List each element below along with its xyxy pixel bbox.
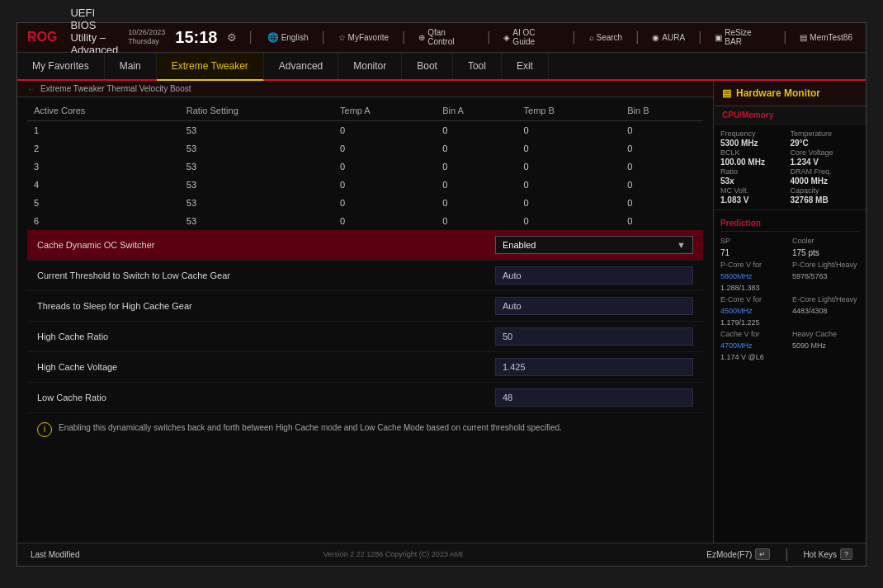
ecore-freq-value: 4500MHz	[720, 307, 787, 315]
ai-oc-guide-button[interactable]: ◈ AI OC Guide	[500, 26, 562, 48]
qfan-control-button[interactable]: ⊕ Qfan Control	[415, 26, 477, 48]
cell-r5-c1[interactable]: 53	[180, 212, 333, 230]
nav-my-favorites[interactable]: My Favorites	[17, 53, 105, 79]
table-row: 5530000	[27, 194, 703, 212]
mem-icon: ▤	[800, 33, 807, 42]
nav-extreme-tweaker[interactable]: Extreme Tweaker	[157, 53, 264, 81]
last-modified-button[interactable]: Last Modified	[31, 550, 79, 559]
prediction-grid: SP Cooler 71 175 pts P-Core V for P-Core…	[720, 237, 859, 361]
cell-r2-c3: 0	[436, 158, 517, 176]
col-active-cores: Active Cores	[27, 101, 180, 121]
text-field-5[interactable]: 48	[495, 388, 693, 407]
table-row: 2530000	[27, 139, 703, 158]
datetime: 10/26/2023 Thursday	[128, 28, 165, 46]
text-field-4[interactable]: 1.425	[495, 358, 693, 376]
cell-r3-c1[interactable]: 53	[180, 176, 333, 194]
setting-row-0[interactable]: Cache Dynamic OC Switcher Enabled ▼	[27, 230, 703, 261]
setting-label-4: High Cache Voltage	[37, 362, 495, 372]
sp-value: 71	[720, 248, 787, 257]
nav-exit[interactable]: Exit	[502, 53, 549, 79]
breadcrumb-text: Extreme Tweaker Thermal Velocity Boost	[40, 84, 191, 93]
table-row: 4530000	[27, 176, 703, 194]
cache-v-label: Cache V for	[720, 330, 787, 338]
cell-r1-c5: 0	[621, 139, 703, 158]
freq-label: Frequency	[720, 129, 790, 138]
ai-icon: ◈	[503, 33, 510, 42]
myfavorite-button[interactable]: ☆ MyFavorite	[335, 31, 392, 44]
cooler-label: Cooler	[792, 237, 859, 245]
info-text: Enabling this dynamically switches back …	[59, 421, 562, 434]
cell-r1-c4: 0	[517, 139, 621, 158]
bclk-label: BCLK	[720, 148, 790, 157]
core-volt-value: 1.234 V	[791, 158, 860, 167]
settings-section: Cache Dynamic OC Switcher Enabled ▼ Curr…	[27, 230, 703, 413]
setting-value-0[interactable]: Enabled ▼	[495, 236, 693, 254]
dropdown-0[interactable]: Enabled ▼	[495, 236, 693, 254]
setting-value-1[interactable]: Auto	[495, 266, 693, 285]
ecore-volt-value: 1.179/1.225	[720, 318, 787, 327]
heavy-cache-label: Heavy Cache	[792, 330, 859, 338]
dropdown-arrow-icon: ▼	[677, 240, 686, 250]
star-icon: ☆	[338, 33, 346, 42]
setting-row-4[interactable]: High Cache Voltage1.425	[27, 352, 703, 383]
freq-value: 5300 MHz	[720, 139, 790, 148]
ratio-value: 53x	[720, 176, 790, 186]
text-field-2[interactable]: Auto	[495, 297, 693, 315]
cell-r1-c1[interactable]: 53	[180, 139, 333, 158]
table-area: Active Cores Ratio Setting Temp A Bin A …	[17, 97, 713, 543]
setting-value-4[interactable]: 1.425	[495, 358, 693, 376]
setting-value-2[interactable]: Auto	[495, 297, 693, 315]
info-icon: i	[37, 422, 52, 437]
setting-row-5[interactable]: Low Cache Ratio48	[27, 383, 703, 413]
ezmode-button[interactable]: EzMode(F7) ↵	[706, 548, 770, 560]
cpu-memory-grid: Frequency Temperature 5300 MHz 29°C BCLK…	[714, 125, 866, 210]
top-icons: 🌐 English | ☆ MyFavorite | ⊕ Qfan Contro…	[264, 26, 856, 48]
aura-button[interactable]: ◉ AURA	[649, 31, 688, 44]
language-selector[interactable]: 🌐 English	[264, 31, 312, 45]
date: 10/26/2023 Thursday	[128, 28, 165, 46]
version-text: Version 2.22.1286 Copyright (C) 2023 AMI	[323, 550, 463, 558]
cell-r5-c5: 0	[621, 212, 703, 230]
col-temp-b: Temp B	[517, 101, 621, 121]
setting-row-3[interactable]: High Cache Ratio50	[27, 322, 703, 352]
search-button[interactable]: ⌕ Search	[586, 31, 626, 44]
settings-gear-icon[interactable]: ⚙	[227, 31, 237, 44]
bottom-bar: Last Modified Version 2.22.1286 Copyrigh…	[17, 543, 866, 566]
ecore-light-heavy-value: 4483/4308	[792, 307, 859, 315]
cell-r4-c1[interactable]: 53	[180, 194, 333, 212]
cell-r0-c5: 0	[621, 120, 703, 139]
nav-tool[interactable]: Tool	[453, 53, 502, 79]
capacity-value: 32768 MB	[791, 195, 860, 205]
cell-r1-c2: 0	[333, 139, 436, 158]
cell-r1-c3: 0	[436, 139, 517, 158]
content-area: ← Extreme Tweaker Thermal Velocity Boost…	[17, 81, 866, 543]
nav-monitor[interactable]: Monitor	[338, 53, 402, 79]
resize-icon: ▣	[715, 33, 722, 42]
cell-r3-c2: 0	[333, 176, 436, 194]
cell-r0-c4: 0	[517, 120, 621, 139]
memtest-button[interactable]: ▤ MemTest86	[796, 31, 856, 44]
fan-icon: ⊕	[418, 33, 425, 42]
cell-r2-c1[interactable]: 53	[180, 158, 333, 176]
hotkeys-button[interactable]: Hot Keys ?	[803, 548, 852, 560]
prediction-section: Prediction SP Cooler 71 175 pts P-Core V…	[714, 210, 866, 366]
text-field-1[interactable]: Auto	[495, 266, 693, 285]
setting-value-5[interactable]: 48	[495, 388, 693, 407]
nav-main[interactable]: Main	[105, 53, 157, 79]
hardware-monitor-panel: ▤ Hardware Monitor CPU/Memory Frequency …	[713, 81, 866, 543]
nav-boot[interactable]: Boot	[402, 53, 453, 79]
cell-r0-c1[interactable]: 53	[180, 120, 333, 139]
setting-value-3[interactable]: 50	[495, 327, 693, 346]
resize-bar-button[interactable]: ▣ ReSize BAR	[711, 26, 773, 48]
text-field-3[interactable]: 50	[495, 327, 693, 346]
cell-r4-c0: 5	[27, 194, 180, 212]
setting-row-2[interactable]: Threads to Sleep for High Cache GearAuto	[27, 291, 703, 322]
cell-r2-c5: 0	[621, 158, 703, 176]
nav-advanced[interactable]: Advanced	[264, 53, 338, 79]
top-bar: ROG UEFI BIOS Utility – Advanced Mode 10…	[17, 23, 866, 53]
cell-r1-c0: 2	[27, 139, 180, 158]
cell-r5-c4: 0	[517, 212, 621, 230]
bios-window: ROG UEFI BIOS Utility – Advanced Mode 10…	[17, 22, 866, 567]
setting-row-1[interactable]: Current Threshold to Switch to Low Cache…	[27, 261, 703, 291]
col-bin-b: Bin B	[621, 101, 703, 121]
